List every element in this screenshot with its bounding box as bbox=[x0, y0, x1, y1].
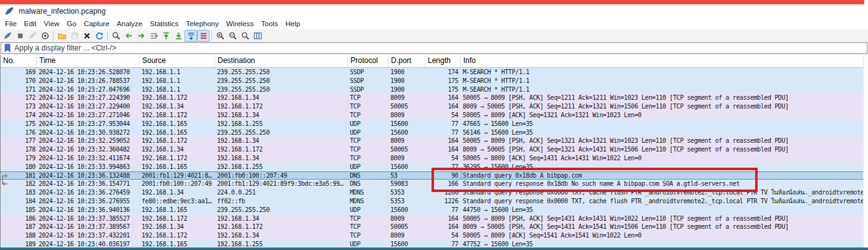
menu-edit[interactable]: Edit bbox=[21, 18, 41, 29]
column-header-time[interactable]: Time bbox=[37, 55, 140, 67]
menu-statistics[interactable]: Statistics bbox=[146, 18, 182, 29]
packet-row-174[interactable]: 1742024-12-16 10:23:27.271046192.168.1.1… bbox=[1, 111, 868, 120]
open-file-button[interactable] bbox=[55, 30, 68, 42]
go-to-packet-button[interactable] bbox=[147, 30, 160, 42]
column-header-length[interactable]: Length bbox=[425, 55, 461, 67]
cell-destination: 239.255.255.250 bbox=[215, 85, 348, 94]
menu-capture[interactable]: Capture bbox=[80, 18, 113, 29]
stop-capture-button[interactable] bbox=[14, 30, 26, 42]
packet-row-177[interactable]: 1772024-12-16 10:23:32.259052192.168.1.1… bbox=[1, 137, 868, 145]
menu-tools[interactable]: Tools bbox=[258, 18, 282, 29]
go-last-button[interactable] bbox=[172, 30, 185, 42]
cell-dport: 50005 bbox=[388, 145, 425, 154]
go-first-button[interactable] bbox=[160, 30, 172, 42]
cell-length: 164 bbox=[425, 102, 461, 111]
packet-row-176[interactable]: 1762024-12-16 10:23:30.938272192.168.1.1… bbox=[1, 128, 868, 137]
display-filter-input[interactable]: Apply a display filter ... <Ctrl-/> bbox=[1, 42, 867, 54]
cell-source: 192.168.1.34 bbox=[140, 223, 215, 231]
cell-no: 175 bbox=[1, 120, 37, 128]
cell-length: 164 bbox=[425, 94, 461, 102]
vertical-scrollbar[interactable] bbox=[863, 55, 868, 248]
start-capture-button[interactable] bbox=[1, 30, 14, 42]
cell-no: 184 bbox=[1, 197, 37, 206]
resize-columns-button[interactable] bbox=[251, 30, 264, 42]
zoom-original-button[interactable] bbox=[239, 30, 251, 42]
packet-row-186[interactable]: 1862024-12-16 10:23:37.385527192.168.1.1… bbox=[1, 214, 868, 223]
packet-row-169[interactable]: 1692024-12-16 10:23:26.528070192.168.1.1… bbox=[1, 68, 868, 77]
packet-row-188[interactable]: 1882024-12-16 10:23:37.432201192.168.1.1… bbox=[1, 231, 868, 240]
go-forward-button[interactable] bbox=[135, 30, 147, 42]
bookmark-icon[interactable] bbox=[4, 44, 11, 52]
menu-view[interactable]: View bbox=[40, 18, 63, 29]
cell-info: 47665 → 15600 Len=35 bbox=[461, 120, 868, 128]
packet-row-180[interactable]: 1802024-12-16 10:23:33.994863192.168.1.1… bbox=[1, 163, 868, 171]
column-header-source[interactable]: Source bbox=[140, 55, 215, 67]
cell-no: 172 bbox=[1, 94, 37, 102]
cell-no: 178 bbox=[1, 145, 37, 154]
zoom-out-icon bbox=[228, 31, 238, 41]
cell-protocol: TCP bbox=[348, 111, 388, 120]
packet-row-183[interactable]: 1832024-12-16 10:23:36.276459192.168.1.3… bbox=[1, 188, 868, 197]
packet-row-173[interactable]: 1732024-12-16 10:23:27.229400192.168.1.3… bbox=[1, 102, 868, 111]
capture-options-button[interactable] bbox=[39, 30, 51, 42]
cell-source: 2001:fb1:129:4021:8… bbox=[140, 172, 215, 180]
packet-row-185[interactable]: 1852024-12-16 10:23:36.940136192.168.1.1… bbox=[1, 206, 868, 214]
cell-no: 181 bbox=[1, 172, 37, 180]
cell-protocol: SSDP bbox=[348, 85, 388, 94]
resize-columns-icon bbox=[253, 31, 263, 41]
menu-analyze[interactable]: Analyze bbox=[113, 18, 146, 29]
menu-go[interactable]: Go bbox=[63, 18, 80, 29]
response-arrow-icon bbox=[1, 180, 9, 188]
packet-row-181[interactable]: 1812024-12-16 10:23:36.1324882001:fb1:12… bbox=[1, 171, 868, 180]
cell-time: 2024-12-16 10:23:27.953044 bbox=[37, 120, 140, 128]
find-packet-button[interactable] bbox=[110, 30, 122, 42]
cell-time: 2024-12-16 10:23:36.154771 bbox=[37, 180, 140, 188]
packet-row-170[interactable]: 1702024-12-16 10:23:26.788537192.168.1.1… bbox=[1, 77, 868, 85]
column-header-info[interactable]: Info bbox=[461, 55, 868, 67]
cell-protocol: UDP bbox=[348, 206, 388, 214]
cell-length: 175 bbox=[425, 85, 461, 94]
close-file-button[interactable] bbox=[80, 30, 93, 42]
reload-file-button[interactable] bbox=[93, 30, 105, 42]
pane-divider[interactable] bbox=[0, 248, 868, 250]
packet-row-178[interactable]: 1782024-12-16 10:23:32.360482192.168.1.3… bbox=[1, 145, 868, 154]
arrow-right-icon bbox=[137, 31, 146, 41]
column-header-dport[interactable]: D.port bbox=[388, 55, 425, 67]
column-header-no[interactable]: No. bbox=[1, 55, 37, 67]
cell-source: 2001:fb0:100::207:49 bbox=[140, 180, 215, 188]
zoom-out-button[interactable] bbox=[226, 30, 239, 42]
colorize-button[interactable] bbox=[197, 30, 210, 42]
restart-capture-button[interactable] bbox=[26, 30, 39, 42]
cell-source: 192.168.1.165 bbox=[140, 206, 215, 214]
zoom-in-button[interactable] bbox=[214, 30, 226, 42]
packet-row-179[interactable]: 1792024-12-16 10:23:32.411674192.168.1.1… bbox=[1, 154, 868, 163]
cell-source: 192.168.1.172 bbox=[140, 137, 215, 145]
packet-row-175[interactable]: 1752024-12-16 10:23:27.953044192.168.1.1… bbox=[1, 120, 868, 128]
cell-time: 2024-12-16 10:23:36.940136 bbox=[37, 206, 140, 214]
packet-row-171[interactable]: 1712024-12-16 10:23:27.047696192.168.1.1… bbox=[1, 85, 868, 94]
menu-telephony[interactable]: Telephony bbox=[182, 18, 222, 29]
cell-destination: 2001:fb1:129:4021:89f9:3bdc:e3a5:99… bbox=[215, 180, 348, 188]
save-file-button[interactable] bbox=[68, 30, 80, 42]
menu-help[interactable]: Help bbox=[282, 18, 304, 29]
go-back-button[interactable] bbox=[122, 30, 135, 42]
cell-source: 192.168.1.165 bbox=[140, 128, 215, 137]
packet-row-172[interactable]: 1722024-12-16 10:23:27.224390192.168.1.1… bbox=[1, 94, 868, 102]
packet-row-187[interactable]: 1872024-12-16 10:23:37.389567192.168.1.3… bbox=[1, 223, 868, 231]
cell-time: 2024-12-16 10:23:36.132488 bbox=[37, 172, 140, 180]
cell-source: 192.168.1.172 bbox=[140, 94, 215, 102]
cell-source: 192.168.1.172 bbox=[140, 214, 215, 223]
packet-row-182[interactable]: 1822024-12-16 10:23:36.1547712001:fb0:10… bbox=[1, 180, 868, 188]
cell-protocol: SSDP bbox=[348, 68, 388, 77]
cell-dport: 1900 bbox=[388, 77, 425, 85]
cell-info: 50005 → 8009 [PSH, ACK] Seq=1211 Ack=121… bbox=[461, 94, 868, 102]
menu-wireless[interactable]: Wireless bbox=[223, 18, 258, 29]
column-header-destination[interactable]: Destination bbox=[215, 55, 348, 67]
cell-time: 2024-12-16 10:23:26.528070 bbox=[37, 68, 140, 77]
cell-protocol: TCP bbox=[348, 94, 388, 102]
column-header-protocol[interactable]: Protocol bbox=[348, 55, 388, 67]
auto-scroll-button[interactable] bbox=[185, 30, 197, 42]
menu-file[interactable]: File bbox=[1, 18, 21, 29]
cell-destination: 192.168.1.34 bbox=[215, 214, 348, 223]
packet-row-184[interactable]: 1842024-12-16 10:23:36.276955fe80::edbe:… bbox=[1, 197, 868, 206]
